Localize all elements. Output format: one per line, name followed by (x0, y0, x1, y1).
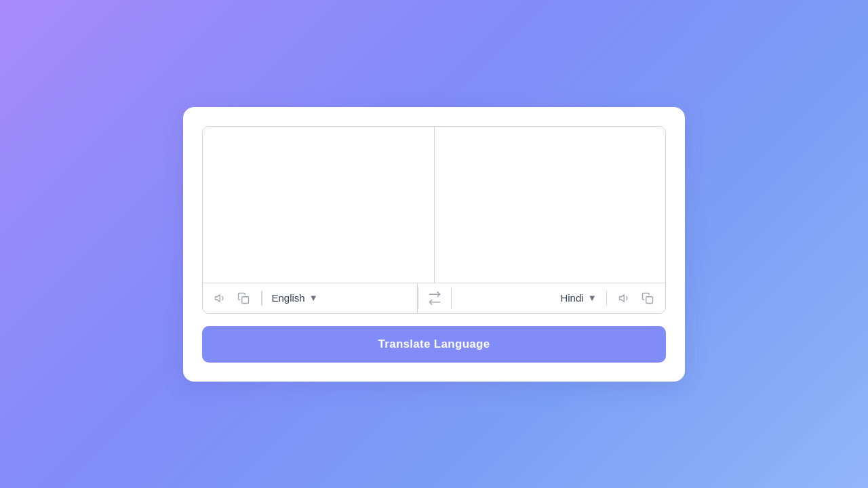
source-text-panel[interactable] (203, 127, 435, 283)
divider-1 (261, 291, 262, 306)
controls-right: Hindi ▼ (452, 283, 666, 313)
target-copy-button[interactable] (639, 290, 656, 306)
target-lang-label: Hindi (560, 292, 583, 304)
target-speak-button[interactable] (616, 290, 633, 306)
target-lang-chevron-icon: ▼ (588, 293, 597, 303)
controls-row: English ▼ Hindi ▼ (203, 283, 665, 313)
source-lang-chevron-icon: ▼ (309, 293, 318, 303)
divider-2 (606, 291, 608, 306)
svg-marker-2 (620, 294, 625, 302)
controls-left: English ▼ (203, 283, 418, 313)
target-lang-select[interactable]: Hindi ▼ (560, 292, 596, 304)
svg-rect-1 (242, 296, 249, 303)
translator-wrapper: English ▼ Hindi ▼ (202, 126, 666, 314)
svg-rect-3 (646, 296, 653, 303)
source-lang-select[interactable]: English ▼ (272, 292, 318, 304)
source-copy-button[interactable] (235, 290, 252, 306)
target-text-panel (435, 127, 666, 283)
swap-languages-button[interactable] (418, 287, 452, 309)
svg-marker-0 (216, 294, 220, 302)
source-speak-button[interactable] (212, 290, 229, 306)
translator-card: English ▼ Hindi ▼ (183, 107, 685, 382)
translate-button[interactable]: Translate Language (202, 326, 666, 363)
source-lang-label: English (272, 292, 305, 304)
